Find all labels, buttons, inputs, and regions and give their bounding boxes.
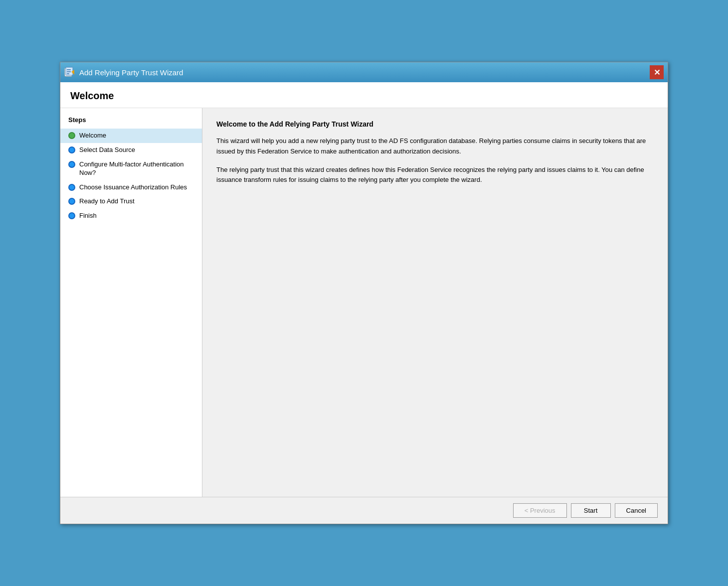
cancel-button[interactable]: Cancel	[615, 503, 658, 518]
sidebar-item-label-ready-to-add-trust: Ready to Add Trust	[79, 197, 135, 206]
content-panel: Welcome to the Add Relying Party Trust W…	[202, 108, 668, 497]
wizard-window: Add Relying Party Trust Wizard ✕ Welcome…	[60, 62, 668, 524]
sidebar-item-configure-multifactor[interactable]: Configure Multi-factor Authentication No…	[60, 157, 202, 180]
sidebar-item-label-configure-multifactor: Configure Multi-factor Authentication No…	[79, 160, 194, 177]
title-bar: Add Relying Party Trust Wizard ✕	[60, 62, 668, 82]
footer: < Previous Start Cancel	[60, 497, 668, 524]
main-area: Steps Welcome Select Data Source Configu…	[60, 108, 668, 497]
step-dot-welcome	[68, 132, 75, 139]
content-paragraph-1: This wizard will help you add a new rely…	[216, 136, 654, 157]
content-paragraph-2: The relying party trust that this wizard…	[216, 165, 654, 186]
svg-rect-2	[67, 69, 71, 70]
svg-rect-3	[67, 71, 71, 72]
step-dot-ready-to-add-trust	[68, 198, 75, 205]
sidebar-item-label-select-data-source: Select Data Source	[79, 146, 135, 154]
start-button[interactable]: Start	[571, 503, 611, 518]
svg-rect-4	[67, 73, 69, 74]
close-button[interactable]: ✕	[650, 65, 664, 79]
step-dot-configure-multifactor	[68, 161, 75, 168]
sidebar-item-label-finish: Finish	[79, 212, 97, 220]
content-title: Welcome to the Add Relying Party Trust W…	[216, 120, 654, 128]
sidebar-item-ready-to-add-trust[interactable]: Ready to Add Trust	[60, 194, 202, 209]
step-dot-finish	[68, 212, 75, 219]
wizard-icon	[64, 67, 75, 78]
title-bar-title: Add Relying Party Trust Wizard	[79, 68, 183, 77]
page-title: Welcome	[70, 90, 658, 102]
title-bar-left: Add Relying Party Trust Wizard	[64, 67, 183, 78]
sidebar-item-select-data-source[interactable]: Select Data Source	[60, 143, 202, 157]
sidebar-item-welcome[interactable]: Welcome	[60, 129, 202, 143]
step-dot-select-data-source	[68, 146, 75, 153]
welcome-header: Welcome	[60, 82, 668, 108]
steps-label: Steps	[60, 116, 202, 129]
sidebar: Steps Welcome Select Data Source Configu…	[60, 108, 202, 497]
sidebar-item-choose-issuance[interactable]: Choose Issuance Authorization Rules	[60, 180, 202, 195]
sidebar-item-finish[interactable]: Finish	[60, 209, 202, 223]
sidebar-item-label-welcome: Welcome	[79, 132, 106, 140]
step-dot-choose-issuance	[68, 184, 75, 191]
previous-button[interactable]: < Previous	[513, 503, 567, 518]
sidebar-item-label-choose-issuance: Choose Issuance Authorization Rules	[79, 183, 187, 192]
